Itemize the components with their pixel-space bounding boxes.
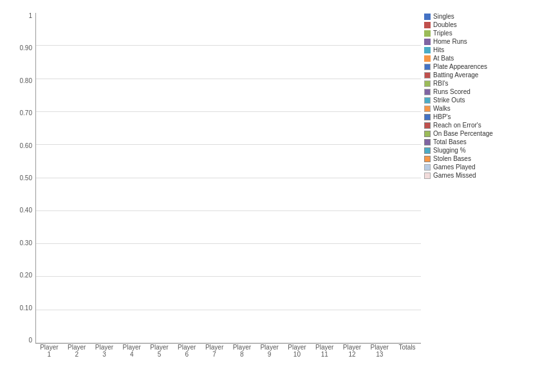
x-label-player10: Player10: [284, 344, 310, 358]
legend-color-triples: [424, 30, 431, 37]
legend-item-triples: Triples: [424, 30, 537, 37]
legend-label-doubles: Doubles: [433, 21, 457, 28]
grid-line-2: [36, 79, 421, 79]
legend-label-reach-on-error: Reach on Error's: [433, 122, 481, 129]
y-label-06: 0.60: [20, 143, 32, 149]
legend-label-walks: Walks: [433, 105, 451, 112]
legend-item-rbis: RBI's: [424, 80, 537, 87]
y-axis-labels: 0 0.10 0.20 0.30 0.40 0.50 0.60 0.70 0.8…: [6, 13, 32, 344]
chart-container: 0 0.10 0.20 0.30 0.40 0.50 0.60 0.70 0.8…: [0, 0, 540, 392]
legend-color-at-bats: [424, 55, 431, 62]
legend-color-hbps: [424, 114, 431, 120]
x-label-player9: Player9: [257, 344, 283, 358]
chart-area: [35, 13, 421, 344]
legend-item-strike-outs: Strike Outs: [424, 97, 537, 104]
grid-line-3: [36, 111, 421, 112]
legend-item-plate-appearences: Plate Appearences: [424, 63, 537, 70]
legend-color-rbis: [424, 80, 431, 87]
y-label-01: 0.10: [20, 305, 32, 312]
legend-label-home-runs: Home Runs: [433, 38, 467, 45]
legend-color-slugging: [424, 147, 431, 154]
legend: Singles Doubles Triples Home Runs Hits A…: [424, 13, 537, 179]
legend-color-runs-scored: [424, 89, 431, 95]
legend-item-on-base-percentage: On Base Percentage: [424, 130, 537, 137]
x-label-player7: Player7: [201, 344, 227, 358]
legend-label-strike-outs: Strike Outs: [433, 97, 465, 104]
legend-color-walks: [424, 106, 431, 112]
y-label-02: 0.20: [20, 272, 32, 279]
legend-item-singles: Singles: [424, 13, 537, 20]
grid-line-10: [36, 342, 421, 343]
legend-label-runs-scored: Runs Scored: [433, 88, 470, 95]
y-label-07: 0.70: [20, 110, 32, 117]
legend-item-total-bases: Total Bases: [424, 138, 537, 145]
legend-label-slugging: Slugging %: [433, 147, 466, 154]
legend-item-walks: Walks: [424, 105, 537, 112]
y-label-09: 0.90: [20, 45, 32, 51]
y-label-03: 0.30: [20, 240, 32, 247]
legend-label-batting-average: Batting Average: [433, 71, 478, 79]
grid-line-6: [36, 210, 421, 211]
y-label-0: 0: [28, 337, 32, 344]
x-label-player8: Player8: [229, 344, 255, 358]
legend-item-games-played: Games Played: [424, 163, 537, 171]
legend-label-on-base-percentage: On Base Percentage: [433, 130, 493, 137]
legend-item-doubles: Doubles: [424, 21, 537, 28]
legend-label-hbps: HBP's: [433, 113, 451, 120]
legend-item-stolen-bases: Stolen Bases: [424, 155, 537, 162]
legend-label-hits: Hits: [433, 46, 444, 53]
legend-color-stolen-bases: [424, 156, 431, 162]
legend-color-hits: [424, 47, 431, 53]
legend-item-slugging: Slugging %: [424, 147, 537, 154]
y-label-04: 0.40: [20, 207, 32, 214]
legend-label-rbis: RBI's: [433, 80, 449, 87]
legend-item-hits: Hits: [424, 46, 537, 53]
legend-label-games-played: Games Played: [433, 163, 476, 171]
legend-item-at-bats: At Bats: [424, 55, 537, 62]
legend-color-plate-appearences: [424, 64, 431, 70]
legend-label-triples: Triples: [433, 30, 452, 37]
x-label-player11: Player11: [312, 344, 337, 358]
legend-item-runs-scored: Runs Scored: [424, 88, 537, 95]
grid-line-9: [36, 310, 421, 310]
x-label-player3: Player3: [91, 344, 117, 358]
legend-color-games-missed: [424, 173, 431, 179]
legend-label-plate-appearences: Plate Appearences: [433, 63, 487, 70]
x-label-totals: Totals: [395, 344, 420, 351]
legend-label-singles: Singles: [433, 13, 454, 20]
legend-item-batting-average: Batting Average: [424, 71, 537, 79]
legend-label-games-missed: Games Missed: [433, 172, 476, 179]
legend-item-home-runs: Home Runs: [424, 38, 537, 45]
legend-color-batting-average: [424, 72, 431, 79]
x-axis-labels: Player1 Player2 Player3 Player4 Player5 …: [35, 344, 421, 386]
y-label-08: 0.80: [20, 78, 32, 84]
x-label-player5: Player5: [147, 344, 172, 358]
x-label-player13: Player13: [367, 344, 393, 358]
legend-item-reach-on-error: Reach on Error's: [424, 122, 537, 129]
x-label-player1: Player1: [36, 344, 62, 358]
grid-line-5: [36, 178, 421, 178]
legend-color-games-played: [424, 164, 431, 171]
legend-label-at-bats: At Bats: [433, 55, 454, 62]
legend-color-reach-on-error: [424, 122, 431, 129]
legend-label-total-bases: Total Bases: [433, 138, 467, 145]
legend-color-doubles: [424, 22, 431, 28]
grid-line-4: [36, 144, 421, 145]
legend-color-home-runs: [424, 39, 431, 45]
legend-color-on-base-percentage: [424, 131, 431, 137]
y-label-1: 1: [28, 13, 32, 19]
legend-label-stolen-bases: Stolen Bases: [433, 155, 471, 162]
grid-lines: [36, 13, 421, 343]
x-label-player4: Player4: [119, 344, 145, 358]
x-label-player2: Player2: [64, 344, 89, 358]
grid-line-7: [36, 243, 421, 244]
legend-color-strike-outs: [424, 97, 431, 104]
y-label-05: 0.50: [20, 175, 32, 182]
legend-item-games-missed: Games Missed: [424, 172, 537, 179]
legend-item-hbps: HBP's: [424, 113, 537, 120]
x-label-player12: Player12: [339, 344, 365, 358]
grid-line-1: [36, 45, 421, 46]
x-label-player6: Player6: [174, 344, 200, 358]
grid-line-8: [36, 276, 421, 277]
legend-color-singles: [424, 14, 431, 20]
